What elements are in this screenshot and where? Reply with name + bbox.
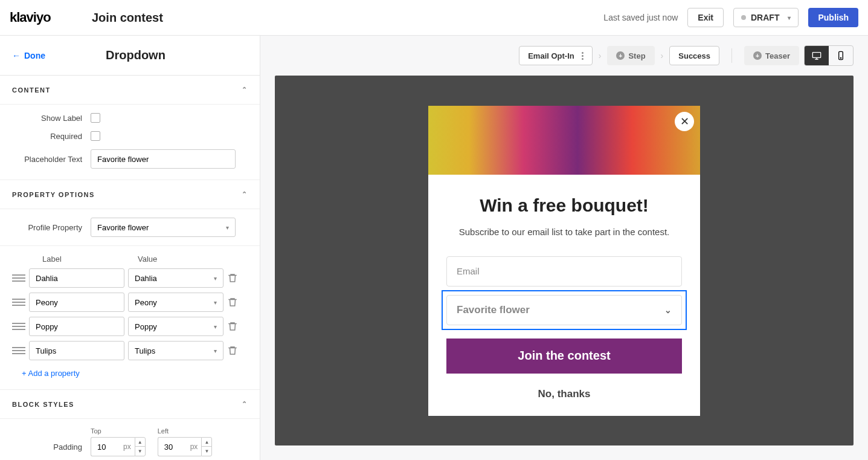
padding-top-label: Top	[91, 427, 146, 435]
done-button[interactable]: ← Done	[12, 51, 45, 60]
add-property-link[interactable]: + Add a property	[22, 369, 80, 378]
padding-left-input[interactable]	[158, 437, 187, 456]
step-label: Step	[628, 51, 645, 60]
plus-circle-icon: +	[753, 51, 762, 60]
trash-icon[interactable]	[227, 321, 238, 332]
label-column-header: Label	[42, 254, 138, 264]
drag-handle-icon[interactable]	[12, 299, 25, 306]
popup-title[interactable]: Win a free bouquet!	[446, 195, 682, 216]
preview-canvas[interactable]: ✕ Win a free bouquet! Subscribe to our e…	[275, 76, 854, 445]
trash-icon[interactable]	[227, 297, 238, 308]
publish-button[interactable]: Publish	[808, 8, 858, 27]
kebab-icon[interactable]	[578, 52, 583, 60]
save-status: Last saved just now	[603, 13, 678, 22]
trash-icon[interactable]	[227, 273, 238, 283]
show-label-label: Show Label	[12, 114, 91, 123]
popup-email-placeholder: Email	[457, 266, 480, 276]
popup-email-input[interactable]: Email	[446, 256, 682, 287]
separator	[731, 48, 732, 63]
option-value: Peony	[135, 298, 157, 307]
chevron-right-icon: ›	[660, 51, 665, 60]
popup-dropdown[interactable]: Favorite flower ⌄	[446, 295, 682, 325]
email-optin-label: Email Opt-In	[528, 51, 574, 60]
exit-button[interactable]: Exit	[687, 8, 724, 27]
klaviyo-logo[interactable]: klaviyo	[10, 8, 68, 27]
add-step-button[interactable]: + Step	[607, 46, 654, 65]
option-label-input[interactable]	[29, 268, 124, 288]
drag-handle-icon[interactable]	[12, 323, 25, 330]
option-value: Poppy	[135, 322, 157, 331]
property-options-heading: PROPERTY OPTIONS	[12, 191, 95, 198]
drag-handle-icon[interactable]	[12, 274, 25, 282]
device-toggle	[804, 45, 854, 66]
arrow-left-icon: ←	[12, 51, 21, 60]
content-heading: CONTENT	[12, 86, 51, 94]
option-value-select[interactable]: Tulips ▾	[128, 341, 223, 360]
trash-icon[interactable]	[227, 345, 238, 356]
profile-property-select[interactable]: Favorite flower ▾	[91, 218, 236, 237]
teaser-label: Teaser	[765, 51, 790, 60]
unit-label: px	[187, 437, 202, 456]
chevron-down-icon: ▾	[214, 299, 217, 306]
option-value: Tulips	[135, 346, 155, 355]
chevron-down-icon: ⌄	[664, 305, 672, 315]
mobile-view-button[interactable]	[829, 46, 853, 65]
step-up-icon[interactable]: ▲	[202, 438, 211, 447]
show-label-checkbox[interactable]	[91, 113, 100, 123]
desktop-icon	[812, 51, 821, 60]
unit-label: px	[120, 437, 135, 456]
content-section-header[interactable]: CONTENT ⌃	[0, 76, 260, 105]
status-label: DRAFT	[751, 13, 779, 22]
email-optin-tab[interactable]: Email Opt-In	[519, 46, 593, 65]
chevron-up-icon: ⌃	[242, 400, 248, 408]
step-up-icon[interactable]: ▲	[135, 438, 145, 447]
option-label-input[interactable]	[29, 317, 124, 336]
close-icon: ✕	[680, 115, 689, 128]
block-name: Dropdown	[106, 48, 166, 62]
chevron-down-icon: ▾	[214, 323, 217, 330]
popup-subtitle[interactable]: Subscribe to our email list to take part…	[446, 225, 682, 238]
status-select[interactable]: DRAFT ▾	[733, 8, 799, 27]
option-row: Tulips ▾	[12, 341, 248, 360]
plus-circle-icon: +	[616, 51, 625, 60]
drag-handle-icon[interactable]	[12, 347, 25, 354]
padding-label: Padding	[12, 442, 91, 456]
option-value-select[interactable]: Dahlia ▾	[128, 268, 223, 288]
popup-close-button[interactable]: ✕	[675, 112, 694, 131]
property-options-section-header[interactable]: PROPERTY OPTIONS ⌃	[0, 180, 260, 209]
chevron-down-icon: ▾	[226, 224, 229, 231]
flow-title: Join contest	[92, 11, 163, 25]
svg-point-2	[840, 57, 841, 58]
chevron-down-icon: ▾	[214, 348, 217, 354]
required-label: Required	[12, 132, 91, 141]
option-value-select[interactable]: Poppy ▾	[128, 317, 223, 336]
option-row: Poppy ▾	[12, 317, 248, 336]
option-row: Peony ▾	[12, 293, 248, 312]
option-label-input[interactable]	[29, 341, 124, 360]
padding-top-input[interactable]	[91, 437, 120, 456]
step-down-icon[interactable]: ▼	[135, 447, 145, 456]
option-label-input[interactable]	[29, 293, 124, 312]
sidebar: ← Done Dropdown CONTENT ⌃ Show Label Req…	[0, 36, 260, 460]
placeholder-input[interactable]	[91, 149, 236, 169]
option-value-select[interactable]: Peony ▾	[128, 293, 223, 312]
profile-property-value: Favorite flower	[97, 223, 149, 232]
padding-left-label: Left	[158, 427, 213, 435]
add-teaser-button[interactable]: + Teaser	[744, 46, 799, 65]
status-dot-icon	[741, 15, 746, 20]
desktop-view-button[interactable]	[805, 46, 829, 65]
done-label: Done	[24, 51, 45, 60]
success-label: Success	[678, 51, 710, 60]
step-down-icon[interactable]: ▼	[202, 447, 211, 456]
popup-dropdown-block-selected[interactable]: Favorite flower ⌄	[442, 290, 687, 330]
success-tab[interactable]: Success	[669, 46, 719, 65]
popup-hero-image: ✕	[428, 106, 700, 175]
value-column-header: Value	[138, 254, 157, 264]
block-styles-heading: BLOCK STYLES	[12, 401, 74, 408]
required-checkbox[interactable]	[91, 131, 100, 141]
chevron-up-icon: ⌃	[242, 86, 248, 94]
popup-cta-button[interactable]: Join the contest	[446, 339, 682, 374]
chevron-up-icon: ⌃	[242, 190, 248, 198]
block-styles-section-header[interactable]: BLOCK STYLES ⌃	[0, 390, 260, 419]
popup-dismiss-link[interactable]: No, thanks	[446, 388, 682, 400]
